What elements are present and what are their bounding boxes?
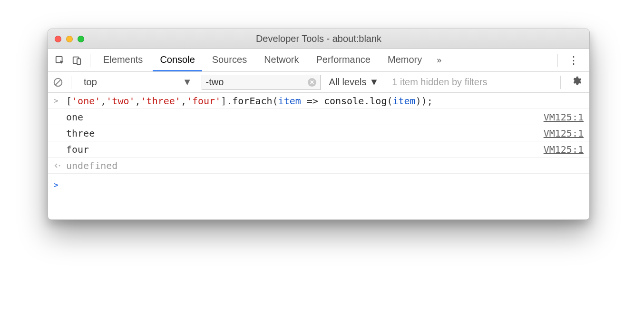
console-code: ['one','two','three','four'].forEach(ite… <box>66 95 584 107</box>
log-source-link[interactable]: VM125:1 <box>544 128 584 139</box>
console-log-row[interactable]: one VM125:1 <box>48 109 589 125</box>
log-text: one <box>66 111 544 123</box>
context-label: top <box>84 77 97 88</box>
chevron-down-icon: ▼ <box>183 77 192 88</box>
settings-icon[interactable] <box>568 76 585 89</box>
chevron-down-icon: ▼ <box>370 77 379 88</box>
levels-label: All levels <box>329 77 367 88</box>
tabs-overflow-button[interactable]: » <box>432 55 446 65</box>
separator <box>560 76 561 89</box>
console-prompt-row[interactable]: > <box>48 174 589 196</box>
console-body: > ['one','two','three','four'].forEach(i… <box>48 93 589 219</box>
clear-console-icon[interactable] <box>53 77 63 88</box>
input-prompt-icon: > <box>54 96 66 105</box>
inspect-element-icon[interactable] <box>53 53 67 68</box>
clear-filter-icon[interactable]: ✕ <box>308 78 316 87</box>
return-prompt-icon <box>54 162 66 169</box>
svg-point-4 <box>59 165 60 166</box>
tab-console[interactable]: Console <box>153 49 202 71</box>
separator <box>71 76 71 89</box>
console-return-row[interactable]: undefined <box>48 158 589 174</box>
device-toggle-icon[interactable] <box>70 53 84 68</box>
log-source-link[interactable]: VM125:1 <box>544 144 584 155</box>
tab-performance[interactable]: Performance <box>309 49 378 71</box>
tab-elements[interactable]: Elements <box>96 49 150 71</box>
console-log-row[interactable]: three VM125:1 <box>48 125 589 141</box>
more-options-icon[interactable]: ⋮ <box>564 54 585 67</box>
tab-network[interactable]: Network <box>257 49 306 71</box>
console-toolbar: top ▼ -two ✕ All levels ▼ 1 item hidden … <box>48 72 589 93</box>
filter-input[interactable]: -two ✕ <box>202 75 321 90</box>
log-source-link[interactable]: VM125:1 <box>544 111 584 123</box>
log-text: three <box>66 128 544 139</box>
tab-memory[interactable]: Memory <box>381 49 429 71</box>
devtools-tabbar: Elements Console Sources Network Perform… <box>48 49 589 72</box>
devtools-window: Developer Tools - about:blank Elements C… <box>48 29 590 220</box>
svg-rect-2 <box>77 59 80 64</box>
input-prompt-icon: > <box>54 180 66 189</box>
context-selector[interactable]: top ▼ <box>79 75 197 90</box>
filter-value: -two <box>206 77 305 88</box>
console-input-row[interactable]: > ['one','two','three','four'].forEach(i… <box>48 93 589 109</box>
tab-sources[interactable]: Sources <box>205 49 254 71</box>
separator <box>90 54 90 67</box>
window-titlebar[interactable]: Developer Tools - about:blank <box>48 29 589 49</box>
return-value: undefined <box>66 160 584 171</box>
window-title: Developer Tools - about:blank <box>48 33 589 44</box>
console-log-row[interactable]: four VM125:1 <box>48 141 589 158</box>
log-text: four <box>66 144 544 155</box>
separator <box>557 54 558 67</box>
hidden-items-note: 1 item hidden by filters <box>387 77 492 88</box>
log-levels-selector[interactable]: All levels ▼ <box>325 77 383 88</box>
